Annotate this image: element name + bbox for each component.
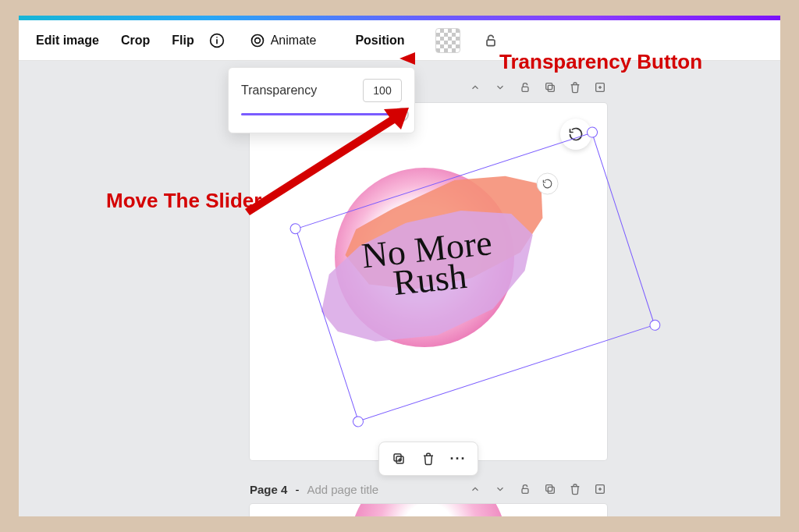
annotation-transparency-button: Transparency Button (499, 50, 702, 74)
page4-down-icon[interactable] (493, 482, 507, 496)
page-4-header: Page 4 - Add page title (250, 482, 607, 496)
page4-up-icon[interactable] (468, 482, 482, 496)
resize-handle-bl[interactable] (351, 415, 365, 429)
rotate-handle[interactable] (537, 173, 559, 195)
svg-rect-7 (548, 85, 554, 91)
svg-rect-17 (548, 487, 554, 493)
page-4-subtitle[interactable]: Add page title (307, 483, 378, 496)
animate-label: Animate (271, 29, 325, 52)
delete-element-button[interactable] (417, 447, 440, 470)
page4-lock-icon[interactable] (518, 482, 532, 496)
canvas-page-4[interactable] (250, 504, 607, 516)
animate-icon (249, 32, 266, 49)
page4-duplicate-icon[interactable] (543, 482, 557, 496)
page-lock-icon[interactable] (518, 80, 532, 94)
page4-pink-blob (350, 504, 506, 516)
transparency-value-input[interactable] (363, 79, 402, 102)
svg-rect-16 (522, 488, 528, 493)
page-duplicate-icon[interactable] (543, 80, 557, 94)
more-options-button[interactable]: ··· (446, 447, 470, 470)
svg-rect-6 (522, 87, 528, 91)
svg-point-3 (251, 34, 263, 46)
svg-rect-5 (487, 40, 495, 45)
crop-button[interactable]: Crop (113, 29, 158, 52)
resize-handle-tl[interactable] (289, 222, 303, 236)
page-down-icon[interactable] (493, 80, 507, 94)
svg-point-2 (216, 37, 218, 38)
annotation-arrow-to-transparency-button (400, 47, 501, 70)
page-4-actions (468, 482, 607, 496)
transparency-label: Transparency (241, 83, 317, 98)
page4-delete-icon[interactable] (568, 482, 582, 496)
page-4-title: Page 4 (250, 483, 287, 496)
annotation-move-slider: Move The Slider (106, 189, 261, 213)
page-add-icon[interactable] (593, 80, 607, 94)
svg-rect-8 (546, 83, 552, 90)
svg-point-4 (254, 37, 260, 43)
element-action-bar: ··· (378, 442, 478, 476)
resize-handle-br[interactable] (648, 318, 662, 332)
page4-add-icon[interactable] (593, 482, 607, 496)
info-icon[interactable] (208, 32, 225, 49)
flip-button[interactable]: Flip (164, 29, 201, 52)
page-up-icon[interactable] (468, 80, 482, 94)
annotation-arrow-to-slider (245, 108, 409, 217)
duplicate-element-button[interactable] (387, 447, 410, 470)
edit-image-button[interactable]: Edit image (28, 29, 107, 52)
workspace: Page 3 - Add page title (19, 61, 780, 516)
app-window: Edit image Crop Flip Animate Position Pa… (19, 16, 780, 516)
animate-button[interactable]: Animate (249, 29, 325, 52)
page-3-actions (468, 80, 607, 94)
page-delete-icon[interactable] (568, 80, 582, 94)
svg-rect-18 (546, 485, 552, 491)
